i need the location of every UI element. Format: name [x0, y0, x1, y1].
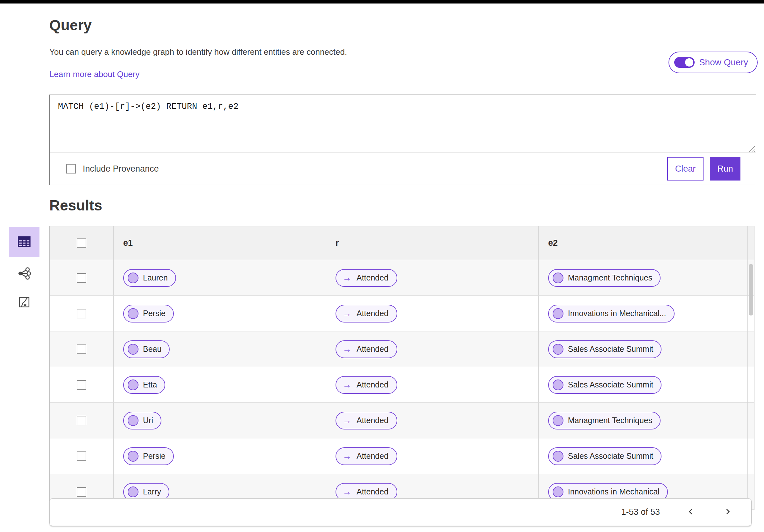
entity-pill[interactable]: Sales Associate Summit [548, 447, 662, 465]
table-row: Uri → Attended Managment Techniques [50, 403, 754, 439]
table-row: Etta → Attended Sales Associate Summit [50, 367, 754, 403]
chart-view-button[interactable] [15, 293, 34, 312]
entity-label: Beau [143, 344, 161, 354]
entity-label: Innovations in Mechanical [568, 487, 660, 496]
relation-pill[interactable]: → Attended [335, 269, 397, 287]
entity-node-icon [128, 344, 138, 355]
pagination-bar: 1-53 of 53 [49, 498, 752, 526]
entity-node-icon [128, 380, 138, 390]
table-row: Persie → Attended Innovations in Mechani… [50, 296, 754, 331]
relation-label: Attended [356, 451, 388, 461]
show-query-toggle[interactable]: Show Query [668, 52, 758, 73]
graph-view-icon [17, 266, 32, 282]
row-checkbox[interactable] [77, 380, 86, 390]
row-checkbox[interactable] [77, 487, 86, 497]
clear-button[interactable]: Clear [667, 157, 703, 181]
page-description: You can query a knowledge graph to ident… [49, 47, 347, 57]
row-checkbox[interactable] [77, 344, 86, 354]
arrow-right-icon: → [342, 452, 351, 461]
entity-node-icon [553, 451, 563, 462]
table-row: Persie → Attended Sales Associate Summit [50, 439, 754, 474]
entity-node-icon [553, 415, 563, 426]
arrow-right-icon: → [342, 345, 351, 354]
entity-pill[interactable]: Beau [123, 340, 170, 358]
column-header-e1: e1 [123, 238, 133, 248]
entity-pill[interactable]: Managment Techniques [548, 269, 661, 287]
entity-node-icon [553, 272, 563, 283]
relation-label: Attended [356, 380, 388, 389]
relation-label: Attended [356, 309, 388, 318]
row-checkbox[interactable] [77, 273, 86, 283]
entity-label: Managment Techniques [568, 416, 652, 425]
entity-pill[interactable]: Innovations in Mechanical... [548, 305, 674, 322]
entity-node-icon [128, 486, 138, 497]
results-table: e1 r e2 Lauren → Attended Managment Tech… [49, 226, 754, 526]
include-provenance-checkbox[interactable] [66, 164, 76, 174]
entity-label: Sales Associate Summit [568, 380, 653, 389]
entity-pill[interactable]: Persie [123, 447, 174, 465]
arrow-right-icon: → [342, 487, 351, 496]
entity-label: Sales Associate Summit [568, 451, 653, 461]
entity-node-icon [553, 486, 563, 497]
entity-pill[interactable]: Lauren [123, 269, 176, 287]
pagination-next-button[interactable] [722, 507, 734, 517]
entity-node-icon [128, 272, 138, 283]
entity-label: Etta [143, 380, 157, 389]
select-all-checkbox[interactable] [77, 239, 86, 248]
table-header-row: e1 r e2 [50, 226, 754, 260]
entity-pill[interactable]: Etta [123, 376, 165, 394]
entity-label: Sales Associate Summit [568, 344, 653, 354]
relation-label: Attended [356, 273, 388, 282]
query-editor-panel: MATCH (e1)-[r]->(e2) RETURN e1,r,e2 Incl… [49, 94, 756, 185]
query-page: Query You can query a knowledge graph to… [0, 0, 764, 532]
toggle-switch-icon[interactable] [674, 57, 694, 68]
results-view-switcher [9, 227, 40, 312]
entity-node-icon [553, 344, 563, 355]
entity-node-icon [553, 308, 563, 319]
learn-more-link[interactable]: Learn more about Query [49, 70, 139, 79]
entity-label: Persie [143, 309, 165, 318]
entity-node-icon [128, 308, 138, 319]
entity-pill[interactable]: Sales Associate Summit [548, 376, 662, 394]
chart-view-icon [18, 295, 31, 310]
run-button[interactable]: Run [710, 157, 740, 181]
row-checkbox[interactable] [77, 416, 86, 425]
relation-pill[interactable]: → Attended [335, 340, 397, 358]
show-query-label: Show Query [699, 57, 748, 68]
table-body: Lauren → Attended Managment Techniques P… [50, 260, 754, 510]
entity-pill[interactable]: Managment Techniques [548, 412, 661, 430]
entity-label: Uri [143, 416, 153, 425]
chevron-left-icon [687, 507, 695, 517]
pagination-prev-button[interactable] [685, 507, 697, 517]
table-row: Lauren → Attended Managment Techniques [50, 260, 754, 296]
arrow-right-icon: → [342, 273, 351, 282]
entity-pill[interactable]: Persie [123, 305, 174, 322]
table-view-button[interactable] [9, 227, 40, 257]
table-row: Beau → Attended Sales Associate Summit [50, 331, 754, 367]
pagination-range-label: 1-53 of 53 [621, 507, 660, 517]
relation-pill[interactable]: → Attended [335, 305, 397, 322]
entity-pill[interactable]: Sales Associate Summit [548, 340, 662, 358]
row-checkbox[interactable] [77, 451, 86, 461]
arrow-right-icon: → [342, 309, 351, 318]
toggle-knob [685, 58, 693, 67]
page-title: Query [49, 17, 92, 34]
entity-pill[interactable]: Uri [123, 412, 161, 430]
relation-pill[interactable]: → Attended [335, 447, 397, 465]
arrow-right-icon: → [342, 381, 351, 389]
entity-node-icon [128, 415, 138, 426]
query-actions-bar: Include Provenance Clear Run [50, 153, 756, 185]
arrow-right-icon: → [342, 416, 351, 425]
graph-view-button[interactable] [15, 264, 34, 283]
query-input[interactable]: MATCH (e1)-[r]->(e2) RETURN e1,r,e2 [50, 95, 756, 153]
entity-label: Innovations in Mechanical... [568, 309, 666, 318]
row-checkbox[interactable] [77, 309, 86, 318]
relation-pill[interactable]: → Attended [335, 376, 397, 394]
relation-pill[interactable]: → Attended [335, 412, 397, 430]
column-header-r: r [335, 238, 339, 248]
relation-label: Attended [356, 344, 388, 354]
top-black-bar [0, 0, 764, 4]
table-scrollbar-thumb[interactable] [749, 264, 753, 315]
entity-label: Lauren [143, 273, 168, 282]
entity-label: Managment Techniques [568, 273, 652, 282]
